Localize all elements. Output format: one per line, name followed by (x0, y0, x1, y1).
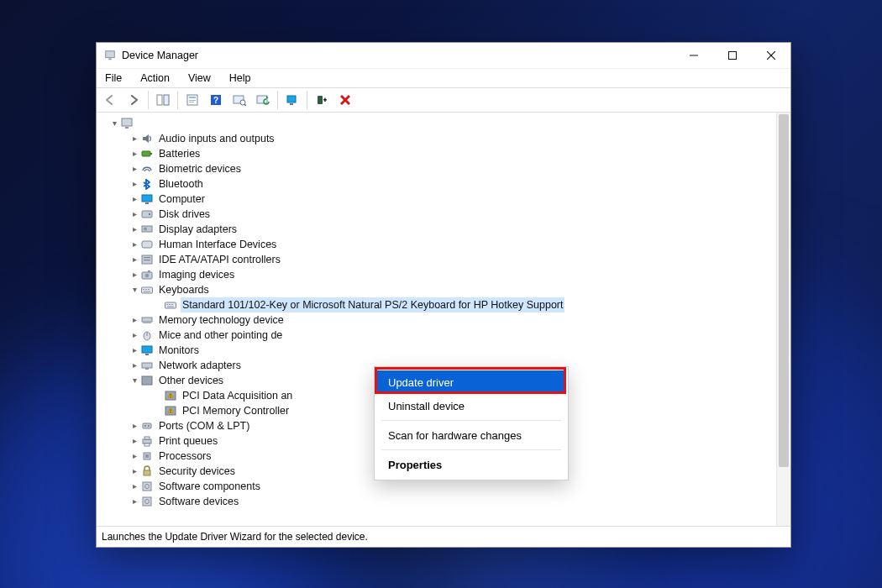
tree-item-label: Imaging devices (157, 267, 236, 282)
ctx-item-label: Uninstall device (388, 400, 465, 412)
chevron-down-icon[interactable]: ▾ (108, 116, 120, 131)
chevron-right-icon[interactable]: ▸ (129, 464, 140, 479)
ctx-separator (381, 449, 561, 450)
tree-category[interactable]: ▸Audio inputs and outputs (103, 131, 776, 146)
chevron-right-icon[interactable]: ▸ (129, 237, 140, 252)
chevron-right-icon[interactable]: ▸ (129, 449, 140, 464)
tree-category[interactable]: ▸Human Interface Devices (103, 237, 776, 252)
svg-rect-0 (106, 51, 115, 58)
svg-rect-38 (144, 260, 150, 260)
svg-rect-7 (164, 95, 169, 105)
ctx-properties[interactable]: Properties (376, 453, 566, 476)
menu-help[interactable]: Help (226, 71, 255, 86)
show-hidden-button[interactable] (153, 90, 173, 110)
svg-rect-65 (170, 410, 171, 412)
chevron-right-icon[interactable]: ▸ (129, 161, 140, 176)
chevron-right-icon[interactable]: ▸ (129, 312, 140, 328)
mouse-icon (140, 328, 154, 342)
update-driver-button[interactable] (253, 90, 273, 110)
chevron-right-icon[interactable]: ▸ (129, 358, 140, 373)
tree-category[interactable]: ▸Display adapters (103, 222, 776, 237)
tree-root[interactable]: ▾ (103, 116, 776, 131)
minimize-button[interactable] (675, 43, 713, 68)
tree-category[interactable]: ▸Monitors (103, 343, 776, 358)
svg-point-40 (145, 274, 149, 277)
tree-category[interactable]: ▸Software devices (103, 494, 776, 509)
tree-category[interactable]: ▸Software components (103, 479, 776, 494)
back-button[interactable] (100, 90, 120, 110)
tree-item-label: Print queues (157, 433, 219, 449)
tree-category[interactable]: ▸Bluetooth (103, 176, 776, 192)
chevron-right-icon[interactable]: ▸ (129, 131, 140, 146)
svg-rect-3 (729, 52, 737, 60)
tree-item-label: Batteries (157, 146, 202, 161)
vertical-scrollbar[interactable] (776, 113, 790, 526)
tree-item-label: Security devices (157, 464, 237, 479)
chevron-right-icon[interactable]: ▸ (129, 192, 140, 207)
chevron-right-icon[interactable]: ▸ (129, 207, 140, 222)
software-icon (140, 480, 154, 493)
chevron-right-icon[interactable]: ▸ (129, 328, 140, 343)
ctx-item-label: Properties (388, 459, 442, 471)
chevron-right-icon[interactable]: ▸ (129, 267, 140, 282)
svg-rect-63 (170, 396, 171, 397)
chevron-right-icon[interactable]: ▸ (129, 252, 140, 267)
chevron-right-icon[interactable]: ▸ (129, 418, 140, 433)
tree-item-label: Network adapters (157, 358, 243, 373)
forward-button[interactable] (123, 90, 144, 110)
tree-category[interactable]: ▸Imaging devices (103, 267, 776, 282)
svg-rect-30 (145, 202, 149, 204)
software-icon (140, 495, 154, 508)
chevron-right-icon[interactable]: ▸ (129, 222, 140, 237)
properties-button[interactable] (182, 90, 202, 110)
close-button[interactable] (752, 43, 790, 68)
tree-item-label: Software devices (157, 494, 240, 509)
chevron-right-icon[interactable]: ▸ (129, 494, 140, 509)
svg-rect-50 (171, 304, 173, 305)
svg-rect-66 (170, 412, 171, 412)
chevron-right-icon[interactable]: ▸ (129, 479, 140, 494)
tree-category[interactable]: ▸Computer (103, 192, 776, 207)
menu-action[interactable]: Action (137, 71, 173, 86)
tree-category[interactable]: ▾Keyboards (103, 282, 776, 297)
tree-item-label: PCI Data Acquisition an (181, 388, 294, 403)
tree-item-label: Bluetooth (157, 176, 205, 192)
ide-icon (140, 253, 154, 266)
uninstall-device-button[interactable] (335, 90, 355, 110)
ctx-update-driver[interactable]: Update driver (376, 370, 566, 394)
tree-category[interactable]: ▸Disk drives (103, 207, 776, 222)
tree-category[interactable]: ▸IDE ATA/ATAPI controllers (103, 252, 776, 267)
tree-category[interactable]: ▸Memory technology device (103, 312, 776, 328)
svg-rect-11 (189, 102, 194, 102)
scan-hardware-button[interactable] (229, 90, 249, 110)
chevron-down-icon[interactable]: ▾ (129, 373, 140, 388)
ctx-scan-hardware[interactable]: Scan for hardware changes (376, 423, 566, 447)
ctx-uninstall-device[interactable]: Uninstall device (376, 394, 566, 417)
chevron-right-icon[interactable]: ▸ (129, 433, 140, 449)
help-button[interactable]: ? (206, 90, 226, 110)
monitor-icon (140, 344, 154, 357)
tree-device[interactable]: Standard 101/102-Key or Microsoft Natura… (103, 297, 776, 312)
menu-file[interactable]: File (102, 71, 125, 86)
titlebar[interactable]: Device Manager (97, 43, 790, 68)
svg-rect-43 (143, 289, 144, 290)
tree-category[interactable]: ▸Biometric devices (103, 161, 776, 176)
chevron-right-icon[interactable]: ▸ (129, 146, 140, 161)
tree-category[interactable]: ▸Batteries (103, 146, 776, 161)
add-driver-button[interactable] (312, 90, 332, 110)
tree-item-label: Keyboards (157, 282, 211, 297)
chevron-down-icon[interactable]: ▾ (129, 282, 140, 297)
menu-view[interactable]: View (185, 71, 214, 86)
camera-icon (140, 268, 154, 281)
window-title: Device Manager (122, 50, 198, 61)
maximize-button[interactable] (713, 43, 752, 68)
chevron-right-icon[interactable]: ▸ (129, 343, 140, 358)
svg-rect-27 (142, 151, 150, 156)
svg-rect-76 (143, 482, 151, 491)
scrollbar-thumb[interactable] (779, 114, 789, 467)
chevron-right-icon[interactable]: ▸ (129, 176, 140, 192)
enable-device-button[interactable] (282, 90, 302, 110)
cpu-icon (140, 449, 154, 463)
tree-category[interactable]: ▸Mice and other pointing de (103, 328, 776, 343)
ctx-separator (381, 420, 561, 421)
